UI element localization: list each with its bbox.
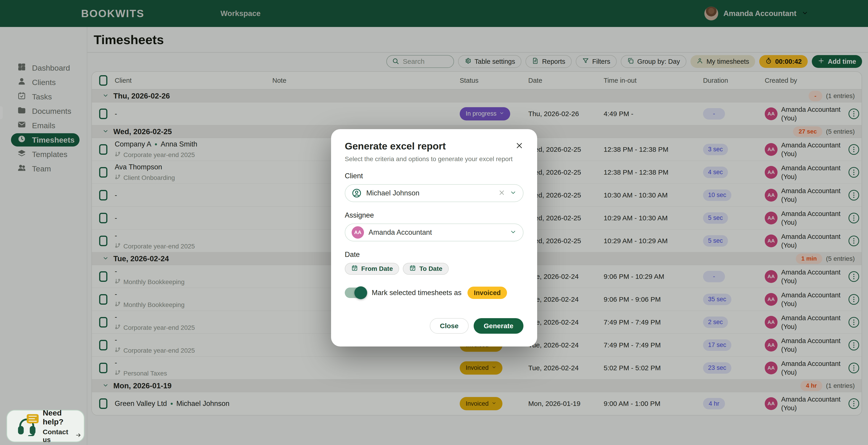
calendar-icon bbox=[409, 265, 416, 273]
assignee-label: Assignee bbox=[345, 211, 523, 219]
clear-icon[interactable] bbox=[498, 189, 505, 197]
modal-title: Generate excel report bbox=[345, 141, 446, 152]
toggle-label: Mark selected timesheets as bbox=[372, 289, 462, 297]
mark-invoiced-toggle[interactable] bbox=[345, 288, 366, 298]
chevron-down-icon bbox=[510, 189, 517, 197]
client-label: Client bbox=[345, 172, 523, 180]
from-date-button[interactable]: From Date bbox=[345, 263, 399, 275]
help-contact-link[interactable]: Contact us bbox=[43, 428, 82, 444]
to-date-button[interactable]: To Date bbox=[403, 263, 449, 275]
date-label: Date bbox=[345, 250, 523, 259]
modal-subtitle: Select the criteria and options to gener… bbox=[345, 155, 523, 163]
assignee-select-value: Amanda Accountant bbox=[369, 228, 505, 237]
close-button[interactable]: Close bbox=[430, 318, 469, 334]
assignee-avatar: AA bbox=[352, 226, 364, 239]
chat-bubble-icon bbox=[27, 414, 39, 423]
client-select[interactable]: Michael Johnson bbox=[345, 184, 523, 202]
help-title: Need help? bbox=[43, 409, 82, 426]
generate-report-modal: Generate excel report Select the criteri… bbox=[331, 129, 537, 347]
generate-button[interactable]: Generate bbox=[474, 318, 523, 334]
headset-icon bbox=[16, 415, 37, 437]
app-window: BOOKWITS Workspace Amanda Accountant Das… bbox=[0, 0, 868, 445]
client-select-value: Michael Johnson bbox=[366, 189, 494, 197]
calendar-icon bbox=[351, 265, 358, 273]
chevron-down-icon bbox=[510, 229, 517, 236]
arrow-right-icon bbox=[75, 432, 82, 440]
help-card[interactable]: Need help? Contact us bbox=[6, 410, 85, 442]
assignee-select[interactable]: AA Amanda Accountant bbox=[345, 224, 523, 241]
invoiced-badge: Invoiced bbox=[467, 287, 507, 299]
close-icon[interactable] bbox=[515, 142, 523, 151]
person-circle-icon bbox=[352, 188, 362, 198]
